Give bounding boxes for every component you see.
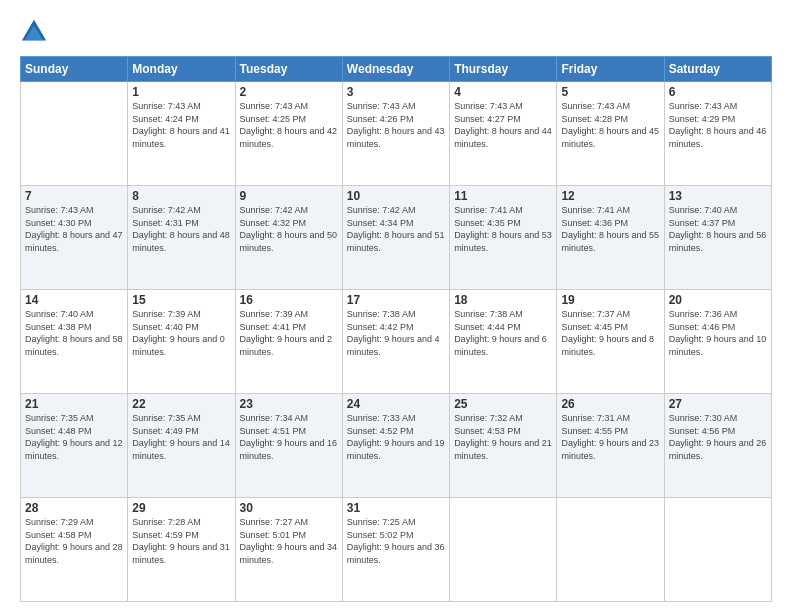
calendar-cell: 27Sunrise: 7:30 AMSunset: 4:56 PMDayligh… [664,394,771,498]
day-info: Sunrise: 7:39 AMSunset: 4:41 PMDaylight:… [240,308,338,358]
day-number: 30 [240,501,338,515]
day-info: Sunrise: 7:33 AMSunset: 4:52 PMDaylight:… [347,412,445,462]
header [20,18,772,46]
calendar-cell: 20Sunrise: 7:36 AMSunset: 4:46 PMDayligh… [664,290,771,394]
calendar-cell: 22Sunrise: 7:35 AMSunset: 4:49 PMDayligh… [128,394,235,498]
day-number: 28 [25,501,123,515]
day-info: Sunrise: 7:35 AMSunset: 4:49 PMDaylight:… [132,412,230,462]
day-info: Sunrise: 7:34 AMSunset: 4:51 PMDaylight:… [240,412,338,462]
calendar-cell: 24Sunrise: 7:33 AMSunset: 4:52 PMDayligh… [342,394,449,498]
day-number: 21 [25,397,123,411]
day-info: Sunrise: 7:43 AMSunset: 4:26 PMDaylight:… [347,100,445,150]
day-info: Sunrise: 7:42 AMSunset: 4:32 PMDaylight:… [240,204,338,254]
calendar-cell: 28Sunrise: 7:29 AMSunset: 4:58 PMDayligh… [21,498,128,602]
day-info: Sunrise: 7:43 AMSunset: 4:27 PMDaylight:… [454,100,552,150]
calendar-cell: 12Sunrise: 7:41 AMSunset: 4:36 PMDayligh… [557,186,664,290]
calendar-cell: 4Sunrise: 7:43 AMSunset: 4:27 PMDaylight… [450,82,557,186]
day-info: Sunrise: 7:36 AMSunset: 4:46 PMDaylight:… [669,308,767,358]
calendar-cell: 16Sunrise: 7:39 AMSunset: 4:41 PMDayligh… [235,290,342,394]
day-number: 4 [454,85,552,99]
calendar-cell: 6Sunrise: 7:43 AMSunset: 4:29 PMDaylight… [664,82,771,186]
day-number: 6 [669,85,767,99]
calendar-cell: 29Sunrise: 7:28 AMSunset: 4:59 PMDayligh… [128,498,235,602]
weekday-header-thursday: Thursday [450,57,557,82]
page: SundayMondayTuesdayWednesdayThursdayFrid… [0,0,792,612]
calendar-week-2: 7Sunrise: 7:43 AMSunset: 4:30 PMDaylight… [21,186,772,290]
weekday-header-friday: Friday [557,57,664,82]
day-number: 9 [240,189,338,203]
day-number: 22 [132,397,230,411]
logo-icon [20,18,48,46]
calendar-cell [21,82,128,186]
calendar-cell: 15Sunrise: 7:39 AMSunset: 4:40 PMDayligh… [128,290,235,394]
calendar-week-1: 1Sunrise: 7:43 AMSunset: 4:24 PMDaylight… [21,82,772,186]
day-info: Sunrise: 7:31 AMSunset: 4:55 PMDaylight:… [561,412,659,462]
day-info: Sunrise: 7:25 AMSunset: 5:02 PMDaylight:… [347,516,445,566]
day-number: 26 [561,397,659,411]
calendar-cell: 3Sunrise: 7:43 AMSunset: 4:26 PMDaylight… [342,82,449,186]
day-info: Sunrise: 7:37 AMSunset: 4:45 PMDaylight:… [561,308,659,358]
day-info: Sunrise: 7:41 AMSunset: 4:36 PMDaylight:… [561,204,659,254]
calendar-cell: 19Sunrise: 7:37 AMSunset: 4:45 PMDayligh… [557,290,664,394]
day-info: Sunrise: 7:43 AMSunset: 4:29 PMDaylight:… [669,100,767,150]
day-info: Sunrise: 7:39 AMSunset: 4:40 PMDaylight:… [132,308,230,358]
weekday-header-saturday: Saturday [664,57,771,82]
day-number: 2 [240,85,338,99]
day-info: Sunrise: 7:38 AMSunset: 4:42 PMDaylight:… [347,308,445,358]
calendar-cell: 17Sunrise: 7:38 AMSunset: 4:42 PMDayligh… [342,290,449,394]
calendar-cell: 31Sunrise: 7:25 AMSunset: 5:02 PMDayligh… [342,498,449,602]
calendar-cell: 10Sunrise: 7:42 AMSunset: 4:34 PMDayligh… [342,186,449,290]
day-number: 13 [669,189,767,203]
day-number: 12 [561,189,659,203]
weekday-header-monday: Monday [128,57,235,82]
day-number: 31 [347,501,445,515]
calendar-cell [664,498,771,602]
calendar-table: SundayMondayTuesdayWednesdayThursdayFrid… [20,56,772,602]
calendar-cell: 7Sunrise: 7:43 AMSunset: 4:30 PMDaylight… [21,186,128,290]
day-info: Sunrise: 7:32 AMSunset: 4:53 PMDaylight:… [454,412,552,462]
day-number: 15 [132,293,230,307]
weekday-header-row: SundayMondayTuesdayWednesdayThursdayFrid… [21,57,772,82]
day-number: 14 [25,293,123,307]
day-number: 10 [347,189,445,203]
day-info: Sunrise: 7:27 AMSunset: 5:01 PMDaylight:… [240,516,338,566]
day-number: 11 [454,189,552,203]
day-number: 20 [669,293,767,307]
calendar-cell: 23Sunrise: 7:34 AMSunset: 4:51 PMDayligh… [235,394,342,498]
day-number: 16 [240,293,338,307]
day-info: Sunrise: 7:41 AMSunset: 4:35 PMDaylight:… [454,204,552,254]
day-number: 7 [25,189,123,203]
day-info: Sunrise: 7:43 AMSunset: 4:24 PMDaylight:… [132,100,230,150]
weekday-header-tuesday: Tuesday [235,57,342,82]
day-number: 19 [561,293,659,307]
day-info: Sunrise: 7:29 AMSunset: 4:58 PMDaylight:… [25,516,123,566]
day-info: Sunrise: 7:42 AMSunset: 4:34 PMDaylight:… [347,204,445,254]
calendar-cell [557,498,664,602]
calendar-cell: 18Sunrise: 7:38 AMSunset: 4:44 PMDayligh… [450,290,557,394]
calendar-cell: 14Sunrise: 7:40 AMSunset: 4:38 PMDayligh… [21,290,128,394]
day-number: 23 [240,397,338,411]
day-info: Sunrise: 7:43 AMSunset: 4:28 PMDaylight:… [561,100,659,150]
calendar-cell [450,498,557,602]
calendar-cell: 26Sunrise: 7:31 AMSunset: 4:55 PMDayligh… [557,394,664,498]
day-number: 5 [561,85,659,99]
calendar-cell: 1Sunrise: 7:43 AMSunset: 4:24 PMDaylight… [128,82,235,186]
day-info: Sunrise: 7:30 AMSunset: 4:56 PMDaylight:… [669,412,767,462]
calendar-cell: 5Sunrise: 7:43 AMSunset: 4:28 PMDaylight… [557,82,664,186]
day-number: 29 [132,501,230,515]
day-number: 18 [454,293,552,307]
weekday-header-wednesday: Wednesday [342,57,449,82]
calendar-cell: 25Sunrise: 7:32 AMSunset: 4:53 PMDayligh… [450,394,557,498]
day-info: Sunrise: 7:40 AMSunset: 4:37 PMDaylight:… [669,204,767,254]
day-number: 24 [347,397,445,411]
weekday-header-sunday: Sunday [21,57,128,82]
calendar-week-5: 28Sunrise: 7:29 AMSunset: 4:58 PMDayligh… [21,498,772,602]
day-number: 27 [669,397,767,411]
day-info: Sunrise: 7:35 AMSunset: 4:48 PMDaylight:… [25,412,123,462]
day-number: 1 [132,85,230,99]
day-info: Sunrise: 7:28 AMSunset: 4:59 PMDaylight:… [132,516,230,566]
calendar-cell: 8Sunrise: 7:42 AMSunset: 4:31 PMDaylight… [128,186,235,290]
day-info: Sunrise: 7:38 AMSunset: 4:44 PMDaylight:… [454,308,552,358]
day-info: Sunrise: 7:43 AMSunset: 4:30 PMDaylight:… [25,204,123,254]
calendar-cell: 9Sunrise: 7:42 AMSunset: 4:32 PMDaylight… [235,186,342,290]
